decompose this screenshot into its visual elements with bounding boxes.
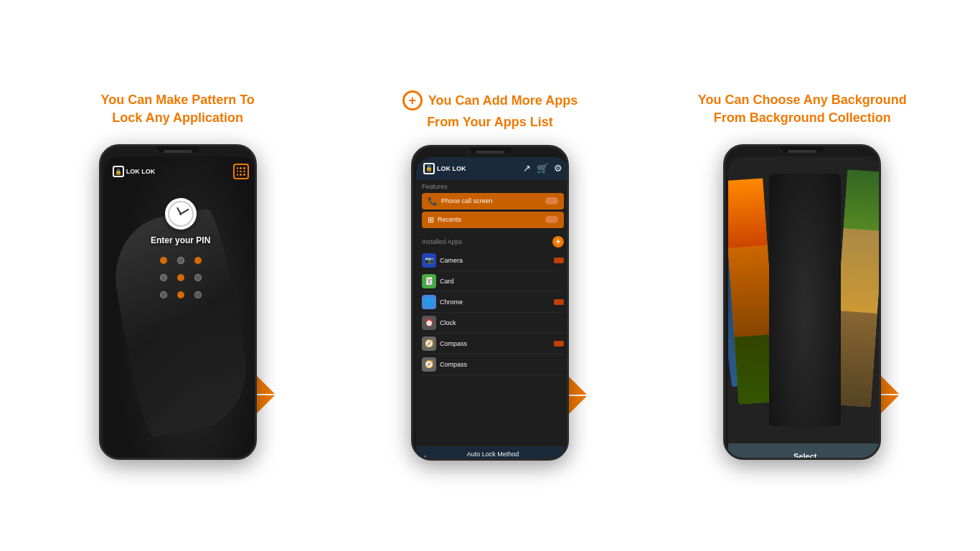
- panel-2-title: + You Can Add More Apps From Your Apps L…: [402, 90, 578, 131]
- phone-wrapper-2: 🔒 LOK LOK ↗ 🛒 ⚙ Features: [411, 145, 569, 461]
- screen2-header: 🔒 LOK LOK ↗ 🛒 ⚙: [416, 157, 569, 180]
- installed-header: Installed Apps +: [422, 236, 564, 248]
- phone-wrapper-3: Select: [723, 144, 881, 460]
- screen1: 🔒 LOK LOK: [104, 156, 257, 460]
- bg-center-leaf: [769, 174, 841, 426]
- next-arrow[interactable]: ›: [559, 451, 562, 461]
- features-section: Features 📞 Phone call screen ⊞ Recen: [416, 180, 569, 233]
- auto-lock-value: Immediate: [427, 458, 560, 461]
- app-icon-compass2: 🧭: [422, 357, 436, 372]
- phone-frame-2: 🔒 LOK LOK ↗ 🛒 ⚙ Features: [411, 145, 569, 461]
- pin-dot-1: [160, 257, 167, 264]
- add-app-button[interactable]: +: [552, 236, 564, 248]
- clock: [165, 198, 197, 230]
- auto-lock-label: Auto Lock Method: [427, 451, 560, 458]
- pin-dots-grid: [146, 257, 216, 298]
- pin-dot-4: [160, 274, 167, 281]
- phone-frame-1: 🔒 LOK LOK: [99, 144, 257, 460]
- installed-section: Installed Apps + 📷 Camera: [416, 233, 569, 446]
- share-icon[interactable]: ↗: [523, 163, 531, 174]
- features-label: Features: [422, 183, 564, 190]
- list-item: ⏰ Clock: [422, 313, 564, 334]
- bg-gallery: [728, 156, 881, 443]
- app-icon-camera: 📷: [422, 253, 436, 268]
- pin-dot-5: [177, 274, 184, 281]
- list-item: 📷 Camera: [422, 250, 564, 271]
- pin-dot-2: [177, 257, 184, 264]
- app-icon-compass: 🧭: [422, 336, 436, 351]
- lock-icon-2: 🔒: [423, 163, 435, 174]
- settings-icon[interactable]: ⚙: [554, 163, 562, 174]
- phone-frame-3: Select: [723, 144, 881, 460]
- select-bar: Select: [728, 443, 881, 460]
- screen2: 🔒 LOK LOK ↗ 🛒 ⚙ Features: [416, 157, 569, 461]
- screen3: Select: [728, 156, 881, 460]
- app-lock-camera[interactable]: [554, 258, 564, 263]
- header-icons: ↗ 🛒 ⚙: [523, 163, 562, 174]
- phone-wrapper-1: 🔒 LOK LOK: [99, 144, 257, 460]
- panel-2: + You Can Add More Apps From Your Apps L…: [350, 90, 630, 460]
- panel-3: You Can Choose Any Background From Backg…: [662, 91, 942, 460]
- app-lock-compass1[interactable]: [554, 341, 564, 347]
- feature-toggle-1[interactable]: [545, 197, 558, 204]
- cart-icon[interactable]: 🛒: [537, 163, 548, 174]
- bottom-bar: ‹ Auto Lock Method Immediate ›: [416, 446, 569, 461]
- panel-1: You Can Make Pattern To Lock Any Applica…: [38, 91, 318, 460]
- app-icon-chrome: 🌐: [422, 295, 436, 309]
- grid-icon[interactable]: [233, 164, 249, 179]
- screen1-header: 🔒 LOK LOK: [104, 156, 257, 184]
- installed-label: Installed Apps: [422, 238, 462, 245]
- app-logo-2: 🔒 LOK LOK: [423, 163, 466, 174]
- pin-dot-6: [194, 274, 202, 281]
- list-item: 🌐 Chrome: [422, 292, 564, 313]
- plus-circle-icon: +: [402, 90, 423, 110]
- select-label[interactable]: Select: [793, 452, 816, 460]
- app-lock-chrome[interactable]: [554, 299, 564, 305]
- enter-pin-label: Enter your PIN: [151, 235, 210, 245]
- pin-dot-3: [194, 257, 202, 264]
- panel-3-title: You Can Choose Any Background From Backg…: [698, 91, 907, 131]
- feature-item-2[interactable]: ⊞ Recents: [422, 212, 564, 228]
- app-icon-card: 🃏: [422, 274, 436, 288]
- pin-dot-7: [160, 291, 167, 298]
- app-icon-clock: ⏰: [422, 316, 436, 330]
- feature-toggle-2[interactable]: [545, 216, 558, 223]
- main-container: You Can Make Pattern To Lock Any Applica…: [0, 0, 980, 551]
- list-item: 🃏 Card: [422, 271, 564, 292]
- app-logo: 🔒 LOK LOK: [113, 166, 156, 177]
- list-item: 🧭 Compass: [422, 334, 564, 354]
- pin-dot-8: [177, 291, 184, 298]
- panel-1-title: You Can Make Pattern To Lock Any Applica…: [100, 91, 254, 131]
- feature-item-1[interactable]: 📞 Phone call screen: [422, 193, 564, 209]
- lock-icon: 🔒: [113, 166, 124, 177]
- list-item: 🧭 Compass: [422, 354, 564, 375]
- pin-dot-9: [194, 291, 202, 298]
